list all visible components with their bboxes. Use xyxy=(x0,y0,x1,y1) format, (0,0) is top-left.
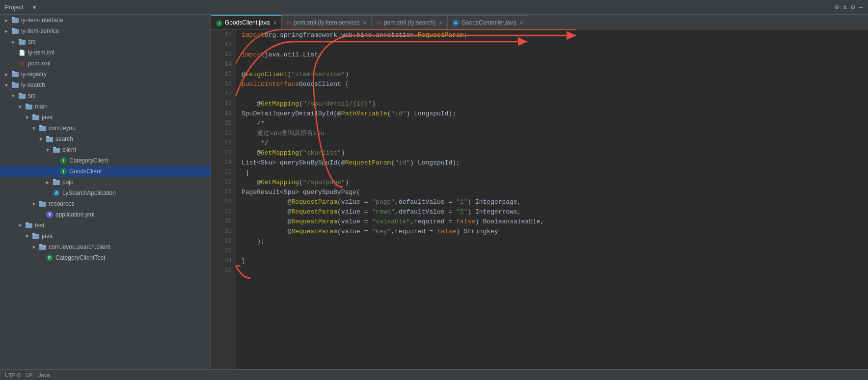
status-encoding: UTF-8 xyxy=(5,372,20,378)
folder-icon-test xyxy=(25,221,33,229)
code-editor: 1112131415161718192021222324252627282930… xyxy=(211,29,868,369)
tree-label-ly-item-interface: ly-item-interface xyxy=(21,17,63,24)
code-line-12 xyxy=(242,40,868,50)
svg-rect-9 xyxy=(12,82,15,83)
sidebar-item-pom-xml-item[interactable]: mpom.xml xyxy=(0,58,211,69)
line-num-21: 21 xyxy=(211,129,232,138)
add-icon[interactable]: ⊕ xyxy=(835,3,839,11)
sidebar-item-com-leyou[interactable]: ▼com.leyou xyxy=(0,123,211,134)
code-line-23: @GetMapping("sku/list") xyxy=(242,148,868,158)
sidebar-item-ly-item-service[interactable]: ►ly-item-service xyxy=(0,26,211,36)
sidebar-item-ly-search[interactable]: ▼ly-search xyxy=(0,80,211,90)
folder-icon-com-leyou-search-client xyxy=(38,243,47,251)
line-num-33: 33 xyxy=(211,246,232,256)
line-num-34: 34 xyxy=(211,256,232,266)
folder-icon-java xyxy=(31,113,40,121)
line-num-12: 12 xyxy=(211,40,232,50)
svg-rect-28 xyxy=(32,234,39,239)
tree-label-java2: java xyxy=(42,233,53,240)
sidebar-item-resources[interactable]: ▼resources xyxy=(0,198,211,209)
sidebar-item-category-client[interactable]: ICategoryClient xyxy=(0,155,211,166)
sidebar-item-src2[interactable]: ▼src xyxy=(0,90,211,101)
code-line-17 xyxy=(242,89,868,99)
sidebar-item-pojo[interactable]: ►pojo xyxy=(0,177,211,188)
tab-goods-client[interactable]: IGoodsClient.java× xyxy=(211,15,282,29)
sidebar-item-goods-client[interactable]: IGoodsClient xyxy=(0,166,211,177)
folder-icon-resources xyxy=(38,200,47,208)
sidebar-item-ly-registry[interactable]: ►ly-registry xyxy=(0,69,211,80)
interface-icon-category-client: I xyxy=(59,157,68,164)
sidebar-item-main[interactable]: ▼main xyxy=(0,101,211,112)
svg-rect-15 xyxy=(32,114,35,116)
tree-arrow-ly-item-service: ► xyxy=(4,28,11,34)
folder-icon-ly-item-interface xyxy=(11,16,20,24)
svg-rect-23 xyxy=(53,179,56,181)
sidebar-tree: ►ly-item-interface►ly-item-service►src📄l… xyxy=(0,15,211,369)
sidebar-item-ly-item-iml[interactable]: 📄ly-item.iml xyxy=(0,47,211,58)
sidebar-item-ly-item-interface[interactable]: ►ly-item-interface xyxy=(0,15,211,26)
tree-label-pom-xml-item: pom.xml xyxy=(28,60,50,67)
sidebar-item-java[interactable]: ▼java xyxy=(0,112,211,123)
tree-arrow-ly-registry: ► xyxy=(4,72,11,77)
tab-goods-controller[interactable]: CGoodsController.java× xyxy=(448,15,529,29)
tab-close-pom-item-service[interactable]: × xyxy=(363,20,366,26)
minimize-icon[interactable]: — xyxy=(859,3,863,11)
line-num-26: 26 xyxy=(211,178,232,188)
tree-label-resources: resources xyxy=(49,200,75,207)
sort-icon[interactable]: ⇅ xyxy=(843,3,847,11)
top-bar-icons: ⊕ ⇅ ⚙ — xyxy=(835,3,868,11)
line-num-17: 17 xyxy=(211,89,232,99)
sidebar-item-test[interactable]: ▼test xyxy=(0,220,211,231)
sidebar-item-src[interactable]: ►src xyxy=(0,36,211,47)
main-layout: ►ly-item-interface►ly-item-service►src📄l… xyxy=(0,15,868,369)
tree-arrow-pojo: ► xyxy=(45,180,52,185)
tree-label-ly-item-iml: ly-item.iml xyxy=(28,49,54,56)
code-line-35 xyxy=(242,266,868,276)
sidebar-item-ly-search-app[interactable]: ALySearchApplication xyxy=(0,188,211,198)
sidebar-item-search[interactable]: ▼search xyxy=(0,134,211,144)
folder-icon-ly-registry xyxy=(11,70,20,78)
tree-label-search: search xyxy=(55,136,73,142)
svg-rect-22 xyxy=(53,180,60,185)
maven-icon-pom-xml-item: m xyxy=(18,59,27,67)
class-test-icon-category-client-test: C xyxy=(45,254,54,262)
line-num-24: 24 xyxy=(211,158,232,168)
tree-label-src: src xyxy=(28,38,36,45)
tab-pom-item-service[interactable]: mpom.xml (ly-item-service)× xyxy=(282,15,372,29)
yaml-icon-application-yml: Y xyxy=(45,211,54,218)
project-arrow: ▾ xyxy=(28,4,41,11)
sidebar-item-client[interactable]: ▼client xyxy=(0,144,211,155)
app-icon-ly-search-app: A xyxy=(52,189,61,197)
tree-label-com-leyou-search-client: com.leyou.search.client xyxy=(49,244,110,250)
tab-pom-ly-search[interactable]: mpom.xml (ly-search)× xyxy=(372,15,448,29)
sidebar-item-category-client-test[interactable]: CCategoryClientTest xyxy=(0,252,211,263)
svg-rect-19 xyxy=(46,136,49,137)
tree-label-ly-item-service: ly-item-service xyxy=(21,27,59,34)
tab-close-pom-ly-search[interactable]: × xyxy=(439,20,442,26)
project-title: Project xyxy=(0,4,28,11)
tree-label-client: client xyxy=(62,146,76,153)
tab-close-goods-client[interactable]: × xyxy=(273,20,276,26)
sidebar-item-java2[interactable]: ▼java xyxy=(0,231,211,242)
folder-icon-pojo xyxy=(52,178,61,186)
code-line-13: import java.util.List; xyxy=(242,50,868,60)
svg-rect-29 xyxy=(32,233,35,235)
code-line-18: @GetMapping("/spu/detail/{id}") xyxy=(242,99,868,109)
code-content[interactable]: import org.springframework.web.bind.anno… xyxy=(236,29,868,369)
settings-icon[interactable]: ⚙ xyxy=(851,3,855,11)
tree-arrow-test: ▼ xyxy=(18,223,25,228)
code-line-21: 通过spu查询其所有sku xyxy=(242,129,868,138)
folder-icon-search xyxy=(45,135,54,143)
sidebar-item-com-leyou-search-client[interactable]: ▼com.leyou.search.client xyxy=(0,242,211,252)
sidebar-item-application-yml[interactable]: Yapplication.yml xyxy=(0,209,211,220)
tab-close-goods-controller[interactable]: × xyxy=(520,20,523,26)
folder-icon-com-leyou xyxy=(38,124,47,132)
tab-bar: IGoodsClient.java×mpom.xml (ly-item-serv… xyxy=(211,15,868,29)
line-num-19: 19 xyxy=(211,109,232,119)
svg-rect-1 xyxy=(12,17,15,19)
tree-label-application-yml: application.yml xyxy=(55,211,94,218)
tree-arrow-ly-item-interface: ► xyxy=(4,18,11,23)
line-num-18: 18 xyxy=(211,99,232,109)
line-num-23: 23 xyxy=(211,148,232,158)
line-num-25: 25 xyxy=(211,168,232,178)
